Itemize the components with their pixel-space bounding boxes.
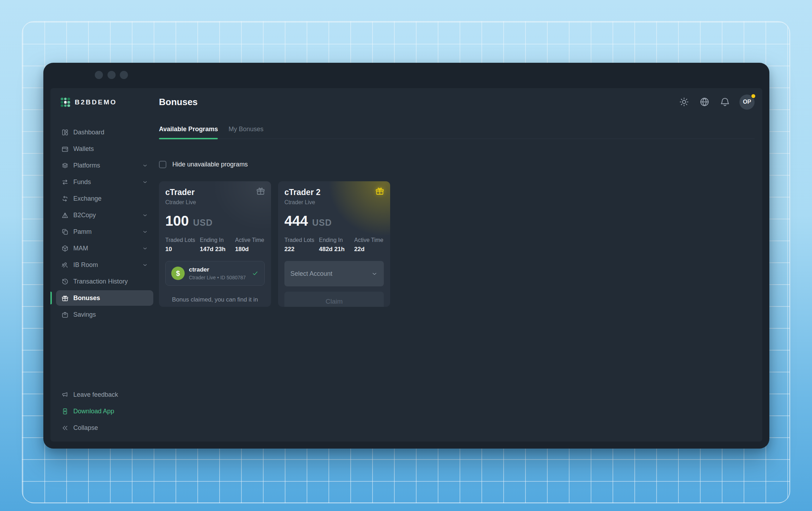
active-indicator bbox=[50, 292, 52, 304]
claim-button[interactable]: Claim bbox=[284, 292, 384, 307]
sidebar-item-label: Bonuses bbox=[73, 294, 100, 302]
mam-icon bbox=[61, 245, 69, 252]
sidebar-item-b2copy[interactable]: B2Copy bbox=[56, 207, 153, 223]
bonus-stats: Traded Lots 222 Ending In 482d 21h Activ… bbox=[284, 237, 384, 253]
stat-active-time: Active Time 180d bbox=[235, 237, 265, 253]
bonus-amount: 444 bbox=[284, 213, 308, 229]
header-actions: OP bbox=[678, 95, 755, 110]
user-avatar[interactable]: OP bbox=[739, 95, 755, 110]
stat-label: Active Time bbox=[235, 237, 265, 243]
sidebar-item-bonuses[interactable]: Bonuses bbox=[56, 290, 153, 306]
sidebar-item-ib-room[interactable]: IB Room bbox=[56, 257, 153, 273]
sidebar-item-label: B2Copy bbox=[73, 212, 96, 219]
sidebar-nav: Dashboard Wallets Platforms Funds bbox=[50, 124, 159, 323]
sidebar-item-dashboard[interactable]: Dashboard bbox=[56, 124, 153, 140]
sidebar-item-wallets[interactable]: Wallets bbox=[56, 141, 153, 157]
check-icon bbox=[252, 270, 259, 277]
stat-value: 22d bbox=[354, 246, 384, 253]
gift-icon bbox=[61, 294, 69, 302]
sidebar-item-label: IB Room bbox=[73, 261, 98, 269]
sidebar-item-label: Wallets bbox=[73, 145, 94, 153]
language-button[interactable] bbox=[699, 96, 710, 108]
bonus-card-ctrader-2: cTrader 2 Ctrader Live 444 USD Traded Lo… bbox=[278, 181, 390, 307]
chevron-down-icon bbox=[142, 262, 148, 268]
window-control-dot[interactable] bbox=[95, 71, 103, 79]
bonus-amount: 100 bbox=[165, 213, 189, 229]
sidebar-item-label: Download App bbox=[73, 408, 114, 415]
page-header: Bonuses OP bbox=[159, 88, 755, 108]
sidebar-item-exchange[interactable]: Exchange bbox=[56, 191, 153, 206]
window-control-dot[interactable] bbox=[107, 71, 116, 79]
bonus-amount-row: 444 USD bbox=[284, 213, 384, 229]
brand-logo-text: B2BDEMO bbox=[75, 98, 117, 106]
stat-value: 482d 21h bbox=[319, 246, 354, 253]
theme-toggle-button[interactable] bbox=[678, 96, 690, 108]
sidebar-item-label: MAM bbox=[73, 245, 88, 252]
sidebar-item-label: Savings bbox=[73, 311, 96, 318]
claimed-message: Bonus claimed, you can find it in bbox=[165, 296, 265, 303]
stat-value: 147d 23h bbox=[200, 246, 235, 253]
sidebar-item-pamm[interactable]: Pamm bbox=[56, 224, 153, 239]
chevron-down-icon bbox=[142, 212, 148, 218]
tabs: Available Programs My Bonuses bbox=[159, 126, 755, 139]
notification-dot bbox=[751, 94, 755, 98]
brand-logo: B2BDEMO bbox=[50, 88, 159, 108]
sidebar-item-savings[interactable]: Savings bbox=[56, 307, 153, 322]
claimed-account-row[interactable]: $ ctrader Ctrader Live • ID 5080787 bbox=[165, 261, 265, 286]
hide-unavailable-checkbox[interactable] bbox=[159, 161, 166, 168]
active-tab-underline bbox=[159, 138, 218, 139]
page-title: Bonuses bbox=[159, 97, 198, 108]
window-control-dot[interactable] bbox=[120, 71, 128, 79]
sidebar-item-mam[interactable]: MAM bbox=[56, 241, 153, 256]
notifications-button[interactable] bbox=[719, 96, 731, 108]
main-content: Bonuses OP bbox=[159, 88, 762, 442]
account-info: ctrader Ctrader Live • ID 5080787 bbox=[189, 266, 246, 280]
stat-traded-lots: Traded Lots 10 bbox=[165, 237, 200, 253]
stat-traded-lots: Traded Lots 222 bbox=[284, 237, 319, 253]
sidebar-item-transaction-history[interactable]: Transaction History bbox=[56, 274, 153, 289]
chevron-down-icon bbox=[142, 163, 148, 169]
tab-available-programs[interactable]: Available Programs bbox=[159, 126, 218, 139]
wallet-icon bbox=[61, 145, 69, 153]
sidebar: B2BDEMO Dashboard Wallets Platforms bbox=[50, 88, 159, 442]
leave-feedback-button[interactable]: Leave feedback bbox=[56, 387, 153, 402]
sidebar-item-label: Collapse bbox=[73, 424, 98, 432]
gift-icon bbox=[256, 186, 265, 196]
bonus-stats: Traded Lots 10 Ending In 147d 23h Active… bbox=[165, 237, 265, 253]
gift-icon bbox=[375, 186, 385, 196]
stat-label: Traded Lots bbox=[165, 237, 200, 243]
bonus-title: cTrader 2 bbox=[284, 188, 384, 197]
sidebar-footer: Leave feedback Download App Collapse bbox=[50, 387, 159, 442]
sidebar-item-label: Platforms bbox=[73, 162, 100, 169]
tab-my-bonuses[interactable]: My Bonuses bbox=[228, 126, 263, 139]
bonus-amount-row: 100 USD bbox=[165, 213, 265, 229]
b2copy-icon bbox=[61, 212, 69, 219]
window-titlebar[interactable] bbox=[43, 63, 769, 88]
tab-label: My Bonuses bbox=[228, 126, 263, 133]
stat-value: 222 bbox=[284, 246, 319, 253]
stat-label: Ending In bbox=[319, 237, 354, 243]
sidebar-item-label: Dashboard bbox=[73, 129, 104, 136]
savings-icon bbox=[61, 311, 69, 318]
sun-icon bbox=[679, 97, 689, 107]
sidebar-item-label: Leave feedback bbox=[73, 391, 118, 399]
hide-unavailable-label: Hide unavailable programs bbox=[172, 161, 248, 168]
sidebar-item-label: Transaction History bbox=[73, 278, 128, 285]
select-account-dropdown[interactable]: Select Account bbox=[284, 261, 384, 286]
sidebar-item-funds[interactable]: Funds bbox=[56, 174, 153, 190]
download-app-icon bbox=[61, 408, 69, 415]
bonus-platform: Ctrader Live bbox=[284, 199, 384, 206]
collapse-icon bbox=[61, 424, 69, 432]
history-icon bbox=[61, 278, 69, 285]
app-content: B2BDEMO Dashboard Wallets Platforms bbox=[50, 88, 762, 442]
download-app-button[interactable]: Download App bbox=[56, 403, 153, 419]
stat-value: 10 bbox=[165, 246, 200, 253]
my-bonuses-link[interactable]: My Bonuses bbox=[192, 306, 238, 307]
dashboard-icon bbox=[61, 129, 69, 136]
chevron-down-icon bbox=[142, 245, 148, 251]
bonus-currency: USD bbox=[193, 218, 213, 228]
my-bonuses-link-label: My Bonuses bbox=[192, 306, 230, 307]
sidebar-item-platforms[interactable]: Platforms bbox=[56, 158, 153, 173]
collapse-sidebar-button[interactable]: Collapse bbox=[56, 420, 153, 436]
chevron-down-icon bbox=[142, 229, 148, 235]
